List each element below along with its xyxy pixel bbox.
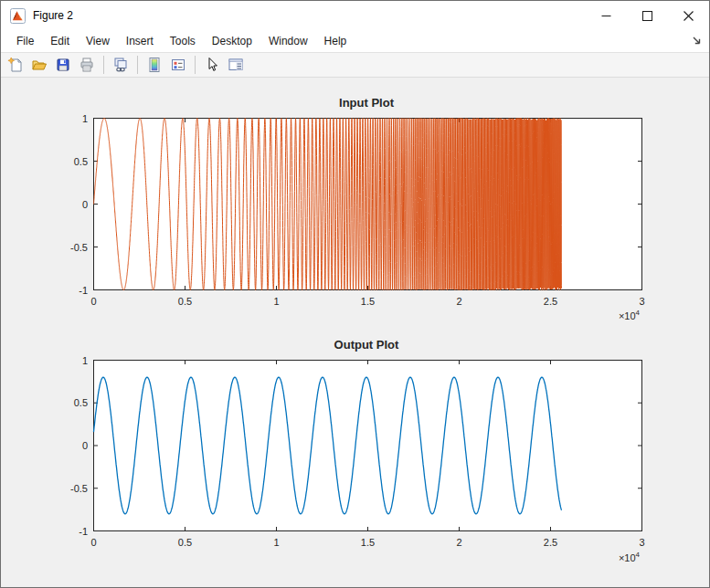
open-file-button[interactable] <box>28 54 50 76</box>
toolbar-separator <box>103 56 104 74</box>
input-plot-xtick-label: 2.5 <box>544 296 557 307</box>
menu-item-desktop[interactable]: Desktop <box>204 32 260 50</box>
output-plot-ytick-label: 1 <box>82 355 88 366</box>
plots-svg: 00.511.522.53-1-0.500.5100.511.522.53-1-… <box>1 78 709 587</box>
window-title: Figure 2 <box>33 9 73 22</box>
window-controls <box>586 1 709 30</box>
edit-plot-button[interactable] <box>201 54 223 76</box>
input-plot-xtick-label: 1.5 <box>361 296 375 307</box>
link-plot-button[interactable] <box>110 54 132 76</box>
menu-item-edit[interactable]: Edit <box>42 32 78 50</box>
dock-figure-icon[interactable] <box>692 36 703 47</box>
output-plot-axes: 00.511.522.53-1-0.500.51 <box>70 355 645 549</box>
cursor-arrow-icon <box>204 57 220 73</box>
link-plot-icon <box>112 57 129 73</box>
figure-toolbar <box>1 52 709 78</box>
output-plot-xtick-label: 0.5 <box>178 537 192 548</box>
menu-item-insert[interactable]: Insert <box>118 32 162 50</box>
output-plot-xtick-label: 2 <box>456 537 461 548</box>
new-figure-button[interactable] <box>5 54 26 76</box>
minimize-button[interactable] <box>586 1 627 30</box>
input-plot-title: Input Plot <box>92 96 641 110</box>
menu-item-file[interactable]: File <box>8 32 42 50</box>
close-icon <box>684 11 694 21</box>
property-panel-icon <box>228 57 244 73</box>
input-plot-xtick-label: 3 <box>639 296 644 307</box>
save-floppy-icon <box>55 57 71 73</box>
input-plot-ytick-label: -1 <box>79 285 88 296</box>
close-button[interactable] <box>668 1 709 30</box>
maximize-icon <box>642 11 652 21</box>
output-plot-xtick-label: 2.5 <box>544 537 557 548</box>
figure-canvas: Input Plot Output Plot ×104 ×104 00.511.… <box>1 78 709 587</box>
matlab-logo-icon <box>10 8 26 24</box>
input-plot-ytick-label: 0 <box>82 199 88 210</box>
printer-icon <box>79 57 95 73</box>
output-plot-xtick-label: 1 <box>273 537 279 548</box>
toolbar-separator <box>137 56 138 74</box>
output-plot-ytick-label: -0.5 <box>70 483 88 494</box>
new-document-icon <box>7 57 24 73</box>
output-plot-ytick-label: 0 <box>82 440 88 451</box>
output-plot-x-exponent: ×104 <box>619 551 640 563</box>
insert-colorbar-button[interactable] <box>143 54 165 76</box>
output-plot-ytick-label: -1 <box>79 526 88 537</box>
minimize-icon <box>601 11 611 21</box>
input-plot-ytick-label: -0.5 <box>70 242 88 253</box>
maximize-button[interactable] <box>627 1 668 30</box>
save-figure-button[interactable] <box>52 54 74 76</box>
legend-icon <box>170 57 186 73</box>
input-plot-ytick-label: 1 <box>82 113 88 124</box>
property-inspector-button[interactable] <box>225 54 247 76</box>
menu-item-window[interactable]: Window <box>260 32 316 50</box>
input-plot-xtick-label: 0 <box>90 296 96 307</box>
input-plot-xtick-label: 0.5 <box>178 296 192 307</box>
output-plot-xtick-label: 1.5 <box>361 537 375 548</box>
input-plot-xtick-label: 1 <box>273 296 279 307</box>
print-figure-button[interactable] <box>76 54 98 76</box>
menu-item-help[interactable]: Help <box>316 32 355 50</box>
output-plot-ytick-label: 0.5 <box>74 397 88 408</box>
open-folder-icon <box>31 57 48 73</box>
output-plot-xtick-label: 3 <box>639 537 644 548</box>
figure-window: Figure 2 FileEditViewInsertToolsDesktopW… <box>0 0 710 588</box>
output-plot-title: Output Plot <box>92 338 641 352</box>
toolbar-separator <box>195 56 196 74</box>
menu-bar: FileEditViewInsertToolsDesktopWindowHelp <box>1 30 709 52</box>
title-bar[interactable]: Figure 2 <box>1 1 709 30</box>
menu-item-view[interactable]: View <box>78 32 118 50</box>
colorbar-icon <box>146 57 163 73</box>
input-plot-xtick-label: 2 <box>456 296 461 307</box>
insert-legend-button[interactable] <box>167 54 189 76</box>
input-plot-x-exponent: ×104 <box>619 309 640 321</box>
input-plot-ytick-label: 0.5 <box>74 156 88 167</box>
menu-item-tools[interactable]: Tools <box>162 32 204 50</box>
input-plot-axes: 00.511.522.53-1-0.500.51 <box>70 113 645 308</box>
output-plot-xtick-label: 0 <box>90 537 96 548</box>
